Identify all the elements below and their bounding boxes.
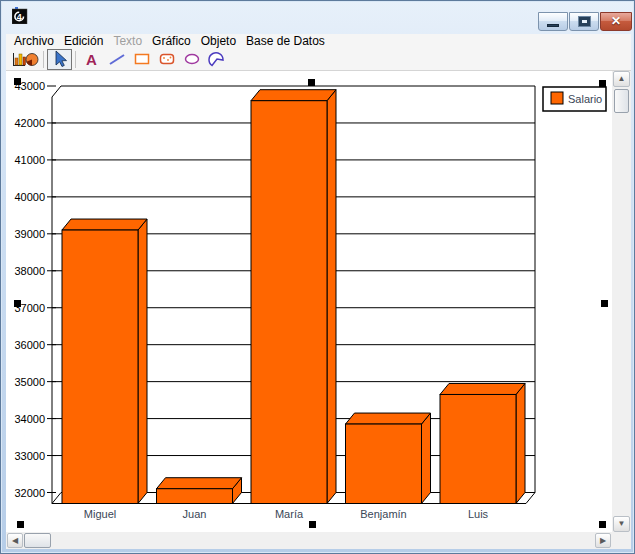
top-depth-edge — [52, 86, 61, 97]
menu-texto[interactable]: Texto — [108, 34, 147, 48]
rounded-rectangle-tool-icon — [158, 50, 176, 68]
menu-base-de-datos[interactable]: Base de Datos — [241, 34, 330, 48]
selection-handle-top-center[interactable] — [308, 79, 315, 86]
selection-handle-bottom-right[interactable] — [599, 521, 606, 528]
close-button[interactable]: ✕ — [600, 12, 632, 31]
selection-handle-top-right[interactable] — [599, 80, 606, 87]
oval-tool-button[interactable] — [179, 49, 204, 70]
pointer-tool-button[interactable] — [47, 49, 72, 70]
bar-top-face — [62, 219, 147, 230]
horizontal-scrollbar[interactable]: ◀ ▶ — [6, 532, 612, 549]
legend-swatch — [551, 92, 563, 104]
bar-front-face — [62, 230, 138, 503]
chart-legend[interactable]: Salario — [543, 87, 606, 111]
arc-tool-button[interactable] — [204, 49, 229, 70]
line-tool-icon — [108, 50, 126, 68]
svg-text:4: 4 — [17, 12, 22, 22]
bar-front-face — [346, 424, 422, 503]
category-label: Miguel — [84, 508, 116, 520]
down-arrow-icon: ▼ — [618, 520, 626, 528]
y-tick-label: 38000 — [14, 265, 45, 277]
scroll-left-button[interactable]: ◀ — [7, 533, 23, 548]
legend-label: Salario — [568, 93, 602, 105]
rounded-rectangle-tool-button[interactable] — [154, 49, 179, 70]
scroll-down-button[interactable]: ▼ — [613, 516, 630, 532]
chart-tool-button[interactable] — [9, 49, 40, 70]
vertical-scrollbar[interactable]: ▲ ▼ — [612, 71, 631, 532]
4d-app-icon: 4 — [12, 7, 29, 24]
selection-handle-middle-left[interactable] — [14, 300, 21, 307]
minimize-button[interactable] — [538, 12, 568, 31]
bar-top-face — [346, 413, 431, 424]
salary-bar-chart[interactable]: 4300042000410004000039000380003700036000… — [6, 71, 612, 532]
menu-objeto[interactable]: Objeto — [196, 34, 241, 48]
y-tick-label: 42000 — [14, 117, 45, 129]
maximize-button[interactable] — [569, 12, 599, 31]
bar-front-face — [251, 101, 327, 504]
y-tick-label: 32000 — [14, 487, 45, 499]
bar-side-face — [516, 383, 525, 503]
selection-handle-top-left[interactable] — [14, 78, 21, 85]
chart-tool-icon — [11, 50, 39, 68]
category-label: Juan — [183, 508, 207, 520]
menu-edicion[interactable]: Edición — [59, 34, 108, 48]
selection-handle-middle-right[interactable] — [601, 300, 608, 307]
maximize-icon — [579, 17, 590, 26]
text-tool-icon: A — [86, 52, 97, 67]
bar-Juan[interactable] — [157, 478, 242, 504]
y-tick-label: 40000 — [14, 191, 45, 203]
left-arrow-icon: ◀ — [12, 537, 18, 545]
line-tool-button[interactable] — [104, 49, 129, 70]
horizontal-scroll-thumb[interactable] — [24, 533, 51, 548]
scrollbar-corner — [612, 532, 631, 549]
y-tick-label: 33000 — [14, 450, 45, 462]
rectangle-tool-button[interactable] — [129, 49, 154, 70]
y-tick-label: 41000 — [14, 154, 45, 166]
scroll-right-button[interactable]: ▶ — [595, 533, 611, 548]
category-label: Luis — [468, 508, 489, 520]
bar-Luis[interactable] — [440, 383, 525, 503]
category-label: María — [275, 508, 304, 520]
bar-top-face — [157, 478, 242, 489]
bar-side-face — [422, 413, 431, 503]
toolbar-separator — [43, 51, 44, 68]
up-arrow-icon: ▲ — [618, 75, 626, 83]
y-tick-label: 34000 — [14, 413, 45, 425]
titlebar[interactable]: 4 ✕ — [1, 1, 634, 34]
bar-top-face — [440, 383, 525, 394]
text-tool-button[interactable]: A — [79, 49, 104, 70]
bottom-depth-edge — [52, 493, 61, 504]
app-window: 4 ✕ Archivo Edición Texto Gráfico Objeto… — [0, 0, 635, 554]
arc-tool-icon — [207, 50, 226, 68]
bar-side-face — [327, 90, 336, 504]
y-tick-label: 35000 — [14, 376, 45, 388]
bar-front-face — [157, 489, 233, 504]
pointer-arrow-icon — [51, 50, 69, 68]
bar-side-face — [138, 219, 147, 503]
y-tick-label: 39000 — [14, 228, 45, 240]
toolbar: A — [6, 48, 631, 71]
floor-right-edge — [526, 493, 535, 504]
right-arrow-icon: ▶ — [600, 537, 606, 545]
category-label: Benjamín — [360, 508, 406, 520]
window-controls: ✕ — [537, 12, 632, 31]
bar-Miguel[interactable] — [62, 219, 147, 503]
vertical-scroll-thumb[interactable] — [614, 89, 629, 113]
bar-top-face — [251, 90, 336, 101]
y-tick-label: 36000 — [14, 339, 45, 351]
selection-handle-bottom-center[interactable] — [309, 521, 316, 528]
oval-tool-icon — [183, 50, 201, 68]
bar-front-face — [440, 394, 516, 503]
menubar: Archivo Edición Texto Gráfico Objeto Bas… — [6, 34, 631, 48]
menu-grafico[interactable]: Gráfico — [147, 34, 196, 48]
toolbar-separator — [75, 51, 76, 68]
rectangle-tool-icon — [133, 50, 151, 68]
selection-handle-bottom-left[interactable] — [17, 521, 24, 528]
minimize-icon — [547, 24, 559, 27]
scroll-up-button[interactable]: ▲ — [613, 71, 630, 87]
menu-archivo[interactable]: Archivo — [9, 34, 59, 48]
bar-María[interactable] — [251, 90, 336, 504]
close-icon: ✕ — [611, 13, 621, 30]
bar-Benjamín[interactable] — [346, 413, 431, 503]
